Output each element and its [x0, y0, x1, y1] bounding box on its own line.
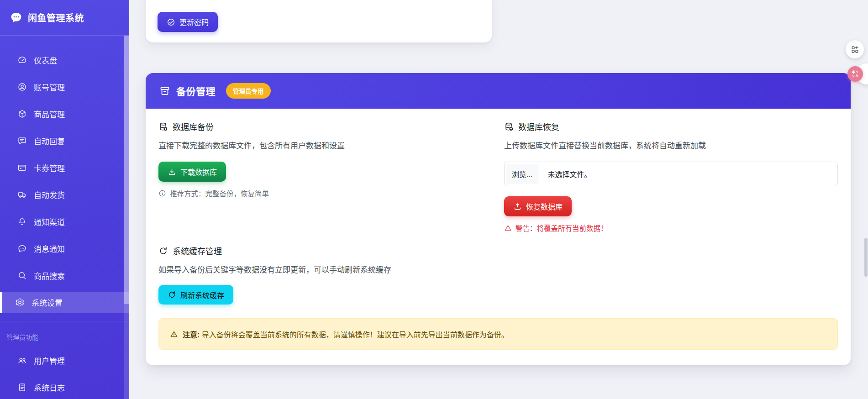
message-dots-icon — [17, 244, 27, 253]
sidebar-item-label: 账号管理 — [34, 81, 65, 93]
credit-card-icon — [17, 163, 27, 173]
sidebar-item-accounts[interactable]: 账号管理 — [0, 76, 129, 98]
box-icon — [17, 109, 27, 119]
db-backup-description: 直接下载完整的数据库文件，包含所有用户数据和设置 — [158, 141, 486, 152]
sidebar-item-dashboard[interactable]: 仪表盘 — [0, 49, 129, 71]
users-icon — [17, 356, 27, 365]
sidebar-scrollbar-thumb[interactable] — [124, 36, 129, 304]
restore-database-button[interactable]: 恢复数据库 — [504, 196, 572, 216]
cache-heading-row: 系统缓存管理 — [158, 245, 486, 257]
caution-note: 注意: 导入备份将会覆盖当前系统的所有数据，请谨慎操作！建议在导入前先导出当前数… — [158, 318, 838, 350]
sidebar-item-label: 仪表盘 — [34, 54, 57, 66]
check-circle-icon — [167, 18, 175, 26]
sidebar-item-label: 用户管理 — [34, 355, 65, 366]
sidebar: 闲鱼管理系统 仪表盘 账号管理 商品管理 自动回复 卡券管理 自动发货 通 — [0, 0, 129, 399]
gear-icon — [15, 298, 25, 307]
note-text: 导入备份将会覆盖当前系统的所有数据，请谨慎操作！建议在导入前先导出当前数据作为备… — [202, 331, 509, 339]
sidebar-item-label: 商品管理 — [34, 108, 65, 120]
app-logo-row: 闲鱼管理系统 — [0, 0, 129, 36]
update-password-label: 更新密码 — [179, 16, 209, 27]
search-icon — [17, 271, 27, 280]
refresh-icon — [168, 290, 176, 299]
page-scrollbar-thumb[interactable] — [864, 238, 868, 277]
cache-section: 系统缓存管理 如果导入备份后关键字等数据没有立即更新，可以手动刷新系统缓存 刷新… — [158, 245, 486, 304]
backup-card: 备份管理 管理员专用 数据库备份 直接下载完整的数据库文件，包含所有用户数据和设… — [146, 73, 851, 365]
refresh-icon — [158, 246, 168, 256]
archive-icon — [159, 85, 170, 96]
sidebar-item-auto-shipping[interactable]: 自动发货 — [0, 184, 129, 205]
grid-sparkle-icon — [851, 45, 859, 54]
sidebar-item-system-settings[interactable]: 系统设置 — [0, 292, 129, 313]
sidebar-item-label: 自动发货 — [34, 189, 65, 200]
restore-warning-row: 警告：将覆盖所有当前数据！ — [504, 223, 838, 233]
refresh-cache-button[interactable]: 刷新系统缓存 — [158, 285, 233, 304]
sidebar-item-label: 通知渠道 — [34, 216, 65, 227]
app-title: 闲鱼管理系统 — [28, 11, 84, 24]
gauge-icon — [17, 55, 27, 65]
user-circle-icon — [17, 82, 27, 92]
sidebar-item-label: 系统设置 — [32, 297, 63, 308]
sidebar-item-user-management[interactable]: 用户管理 — [0, 350, 129, 371]
note-label: 注意: — [183, 331, 200, 339]
upload-icon — [513, 202, 522, 211]
restore-warning-text: 警告：将覆盖所有当前数据！ — [516, 223, 608, 233]
info-circle-icon — [158, 189, 166, 197]
svg-text:中: 中 — [852, 70, 856, 74]
database-down-icon — [158, 122, 168, 131]
sidebar-item-label: 卡券管理 — [34, 162, 65, 173]
backup-tip-text: 推荐方式：完整备份，恢复简单 — [170, 188, 269, 198]
sidebar-item-message-notify[interactable]: 消息通知 — [0, 238, 129, 259]
restore-database-label: 恢复数据库 — [526, 201, 563, 212]
admin-only-badge: 管理员专用 — [226, 83, 271, 99]
db-restore-section: 数据库恢复 上传数据库文件直接替换当前数据库，系统将自动重新加载 浏览... 未… — [504, 121, 838, 233]
backup-tip-row: 推荐方式：完整备份，恢复简单 — [158, 188, 486, 198]
sidebar-item-products[interactable]: 商品管理 — [0, 103, 129, 125]
db-backup-section: 数据库备份 直接下载完整的数据库文件，包含所有用户数据和设置 下载数据库 推荐方… — [158, 121, 486, 233]
backup-card-body: 数据库备份 直接下载完整的数据库文件，包含所有用户数据和设置 下载数据库 推荐方… — [146, 109, 851, 350]
svg-text:A: A — [855, 74, 858, 78]
sidebar-item-system-logs[interactable]: 系统日志 — [0, 377, 129, 398]
db-backup-heading-row: 数据库备份 — [158, 121, 486, 132]
password-card: 更新密码 — [146, 0, 492, 42]
download-database-button[interactable]: 下载数据库 — [158, 162, 226, 182]
browse-button[interactable]: 浏览... — [506, 164, 538, 184]
log-icon — [17, 383, 27, 392]
cache-heading: 系统缓存管理 — [173, 245, 222, 257]
db-restore-heading: 数据库恢复 — [518, 121, 559, 132]
db-backup-heading: 数据库备份 — [173, 121, 214, 132]
backup-card-title: 备份管理 — [176, 84, 216, 98]
update-password-button[interactable]: 更新密码 — [158, 12, 218, 32]
admin-section-label: 管理员功能 — [6, 332, 129, 341]
warning-triangle-icon — [504, 224, 512, 232]
sidebar-item-label: 商品搜索 — [34, 270, 65, 281]
apps-widget-button[interactable] — [846, 40, 864, 58]
cache-description: 如果导入备份后关键字等数据没有立即更新，可以手动刷新系统缓存 — [158, 265, 486, 276]
download-icon — [168, 168, 176, 176]
sidebar-divider — [0, 321, 129, 321]
sidebar-item-label: 消息通知 — [34, 243, 65, 254]
warning-triangle-icon — [170, 330, 178, 338]
chat-bubble-logo-icon — [10, 11, 22, 24]
sidebar-item-coupons[interactable]: 卡券管理 — [0, 157, 129, 178]
restore-file-input[interactable]: 浏览... 未选择文件。 — [504, 162, 838, 186]
main-content: 更新密码 备份管理 管理员专用 数据库备份 直接下载完整的数据库文件，包含所有用… — [129, 0, 868, 399]
truck-icon — [17, 190, 27, 200]
sidebar-menu: 仪表盘 账号管理 商品管理 自动回复 卡券管理 自动发货 通知渠道 消息通知 — [0, 36, 129, 313]
sidebar-item-product-search[interactable]: 商品搜索 — [0, 265, 129, 286]
no-file-selected-text: 未选择文件。 — [547, 168, 591, 179]
database-up-icon — [504, 122, 514, 131]
sidebar-item-auto-reply[interactable]: 自动回复 — [0, 130, 129, 152]
refresh-cache-label: 刷新系统缓存 — [180, 289, 224, 300]
sidebar-item-notify-channels[interactable]: 通知渠道 — [0, 211, 129, 232]
backup-card-header: 备份管理 管理员专用 — [146, 73, 851, 109]
translate-icon: 中A — [851, 69, 860, 79]
translate-button[interactable]: 中A — [847, 66, 863, 82]
db-restore-description: 上传数据库文件直接替换当前数据库，系统将自动重新加载 — [504, 141, 838, 152]
db-restore-heading-row: 数据库恢复 — [504, 121, 838, 132]
bell-icon — [17, 217, 27, 226]
sidebar-item-label: 系统日志 — [34, 382, 65, 393]
chat-reply-icon — [17, 136, 27, 146]
download-database-label: 下载数据库 — [180, 166, 217, 177]
sidebar-item-label: 自动回复 — [34, 135, 65, 147]
